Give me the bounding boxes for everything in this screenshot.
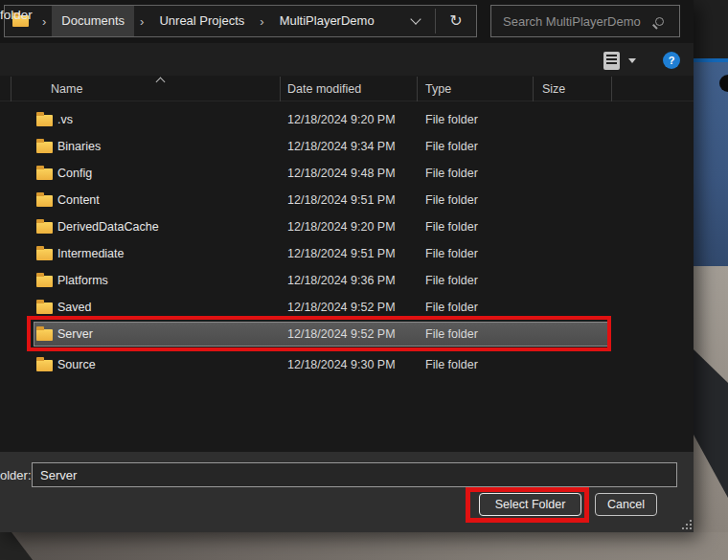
file-row[interactable]: Binaries 12/18/2024 9:34 PM File folder xyxy=(0,133,694,160)
folder-icon xyxy=(36,276,53,287)
file-row[interactable]: Config 12/18/2024 9:48 PM File folder xyxy=(0,160,694,187)
file-name: Intermediate xyxy=(57,247,124,260)
file-date-modified: 12/18/2024 9:48 PM xyxy=(287,167,396,180)
editor-dark-strip xyxy=(694,0,728,58)
file-row[interactable]: DerivedDataCache 12/18/2024 9:20 PM File… xyxy=(0,213,694,240)
file-name: Platforms xyxy=(57,274,108,287)
file-date-modified: 12/18/2024 9:20 PM xyxy=(287,113,396,126)
folder-icon xyxy=(36,249,53,260)
folder-icon xyxy=(36,222,53,234)
column-header-row: Name Date modified Type Size xyxy=(0,77,694,101)
file-date-modified: 12/18/2024 9:51 PM xyxy=(287,247,396,260)
blue-wall-3d xyxy=(694,62,728,266)
file-type: File folder xyxy=(425,327,478,341)
file-date-modified: 12/18/2024 9:34 PM xyxy=(287,140,396,153)
column-header-date-modified[interactable]: Date modified xyxy=(281,77,418,101)
folder-icon xyxy=(36,360,53,371)
file-type: File folder xyxy=(425,358,478,371)
file-row[interactable]: Saved 12/18/2024 9:52 PM File folder xyxy=(0,294,694,321)
file-name: Source xyxy=(57,358,96,371)
floor-tiles-bottom xyxy=(0,532,728,560)
search-box[interactable]: Search MultiPlayerDemo xyxy=(490,5,680,37)
file-type: File folder xyxy=(425,167,478,180)
folder-name-label: older: xyxy=(0,468,32,482)
help-button[interactable]: ? xyxy=(663,52,680,69)
breadcrumb-unreal-projects[interactable]: Unreal Projects xyxy=(149,6,254,36)
select-folder-dialog: › Documents › Unreal Projects › MultiPla… xyxy=(0,0,694,532)
file-name: Config xyxy=(57,167,92,180)
file-date-modified: 12/18/2024 9:30 PM xyxy=(287,358,396,371)
file-row[interactable]: Platforms 12/18/2024 9:36 PM File folder xyxy=(0,267,694,294)
breadcrumb-multiplayerdemo[interactable]: MultiPlayerDemo xyxy=(270,6,384,36)
folder-icon xyxy=(36,142,53,153)
file-type: File folder xyxy=(425,274,478,287)
view-details-icon[interactable] xyxy=(603,52,620,70)
folder-name-input[interactable] xyxy=(32,462,677,487)
breadcrumb-separator-icon: › xyxy=(254,14,269,29)
screen: › Documents › Unreal Projects › MultiPla… xyxy=(0,0,728,560)
file-date-modified: 12/18/2024 9:51 PM xyxy=(287,193,396,207)
file-type: File folder xyxy=(425,193,478,207)
file-name: Server xyxy=(57,327,93,341)
search-icon[interactable] xyxy=(655,17,664,26)
folder-icon xyxy=(36,168,53,180)
file-date-modified: 12/18/2024 9:52 PM xyxy=(287,301,396,314)
folder-icon xyxy=(36,195,53,207)
file-row[interactable]: Intermediate 12/18/2024 9:51 PM File fol… xyxy=(0,240,694,267)
file-type: File folder xyxy=(425,220,478,234)
dialog-top-bar: › Documents › Unreal Projects › MultiPla… xyxy=(0,0,694,43)
column-header-name[interactable]: Name xyxy=(11,77,281,101)
file-date-modified: 12/18/2024 9:52 PM xyxy=(287,327,396,341)
folder-icon xyxy=(36,329,53,341)
cancel-button[interactable]: Cancel xyxy=(595,493,657,516)
folder-icon xyxy=(36,115,53,126)
column-header-size[interactable]: Size xyxy=(534,77,612,101)
file-list: .vs 12/18/2024 9:20 PM File folder Binar… xyxy=(0,106,694,452)
new-folder-button[interactable]: folder xyxy=(0,8,33,22)
breadcrumb-separator-icon: › xyxy=(36,14,52,29)
refresh-icon[interactable]: ↻ xyxy=(436,6,476,36)
file-row[interactable]: .vs 12/18/2024 9:20 PM File folder xyxy=(0,106,694,133)
breadcrumb-separator-icon: › xyxy=(134,14,149,29)
address-dropdown-chevron-icon[interactable] xyxy=(410,13,421,24)
file-type: File folder xyxy=(425,113,478,126)
file-type: File folder xyxy=(425,301,478,314)
column-header-type[interactable]: Type xyxy=(418,77,534,101)
file-name: DerivedDataCache xyxy=(57,220,159,234)
view-options-caret-icon[interactable] xyxy=(628,58,636,63)
breadcrumb-documents[interactable]: Documents xyxy=(52,6,134,36)
file-row[interactable]: Server 12/18/2024 9:52 PM File folder xyxy=(0,321,694,347)
file-row[interactable]: Source 12/18/2024 9:30 PM File folder xyxy=(0,351,694,378)
search-placeholder: Search MultiPlayerDemo xyxy=(491,14,655,29)
file-date-modified: 12/18/2024 9:36 PM xyxy=(287,274,396,287)
resize-grip[interactable] xyxy=(682,520,684,522)
file-row[interactable]: Content 12/18/2024 9:51 PM File folder xyxy=(0,187,694,213)
file-date-modified: 12/18/2024 9:20 PM xyxy=(287,220,396,234)
address-bar[interactable]: › Documents › Unreal Projects › MultiPla… xyxy=(4,5,477,37)
file-name: .vs xyxy=(57,113,73,126)
file-type: File folder xyxy=(425,247,478,260)
select-folder-button[interactable]: Select Folder xyxy=(479,493,581,516)
file-type: File folder xyxy=(425,140,478,153)
file-name: Binaries xyxy=(57,140,101,153)
file-name: Saved xyxy=(57,301,91,314)
folder-icon xyxy=(36,302,53,314)
file-name: Content xyxy=(57,193,100,207)
command-bar xyxy=(0,43,694,76)
